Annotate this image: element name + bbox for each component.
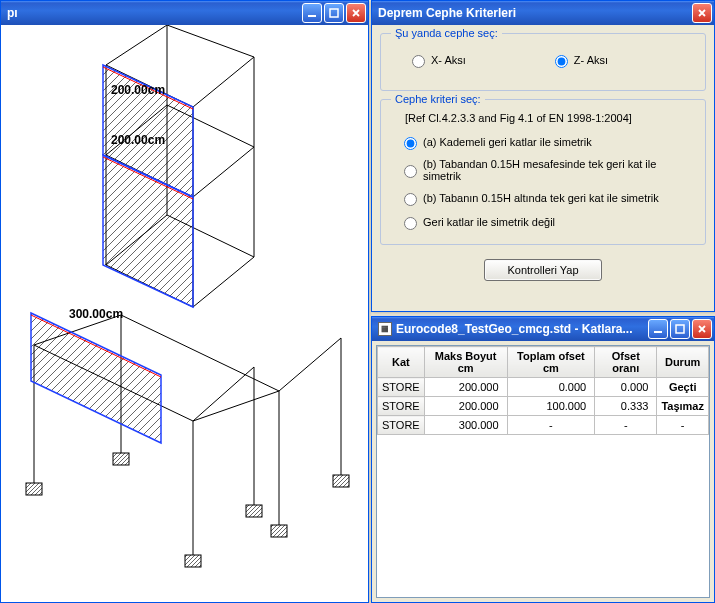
col-offset[interactable]: Toplam ofset cm xyxy=(507,347,595,378)
svg-rect-26 xyxy=(26,483,42,495)
svg-rect-30 xyxy=(333,475,349,487)
results-titlebar[interactable]: ▦ Eurocode8_TestGeo_cmcg.std - Katlara..… xyxy=(372,317,714,341)
maximize-button[interactable] xyxy=(670,319,690,339)
col-status[interactable]: Durum xyxy=(657,347,709,378)
minimize-button[interactable] xyxy=(648,319,668,339)
table-row[interactable]: STORE 200.000 100.000 0.333 Taşımaz xyxy=(378,397,709,416)
criteria-dialog: Deprem Cephe Kriterleri Şu yanda cephe s… xyxy=(371,0,715,312)
criteria-body: Şu yanda cephe seç: X- Aksı Z- Aksı Ceph… xyxy=(372,25,714,311)
minimize-button[interactable] xyxy=(302,3,322,23)
criteria-fieldset: Cephe kriteri seç: [Ref Cl.4.2.3.3 and F… xyxy=(380,99,706,245)
close-button[interactable] xyxy=(346,3,366,23)
svg-rect-28 xyxy=(185,555,201,567)
svg-rect-29 xyxy=(271,525,287,537)
radio-criteria-b2-label: (b) Tabanın 0.15H altında tek geri kat i… xyxy=(423,192,659,204)
cell-ratio: 0.333 xyxy=(595,397,657,416)
run-checks-button[interactable]: Kontrolleri Yap xyxy=(484,259,601,281)
close-button[interactable] xyxy=(692,319,712,339)
model-viewport[interactable]: 200.00cm 200.00cm 300.00cm xyxy=(1,25,368,602)
radio-criteria-a-input[interactable] xyxy=(404,137,417,150)
radio-criteria-b1[interactable]: (b) Tabandan 0.15H mesafesinde tek geri … xyxy=(399,158,695,182)
table-header-row: Kat Maks Boyut cm Toplam ofset cm Ofset … xyxy=(378,347,709,378)
dimension-label-3: 300.00cm xyxy=(69,307,123,321)
radio-criteria-a[interactable]: (a) Kademeli geri katlar ile simetrik xyxy=(399,134,695,150)
table-row[interactable]: STORE 200.000 0.000 0.000 Geçti xyxy=(378,378,709,397)
cell-offset: - xyxy=(507,416,595,435)
criteria-titlebar[interactable]: Deprem Cephe Kriterleri xyxy=(372,1,714,25)
svg-line-13 xyxy=(193,367,254,421)
close-button[interactable] xyxy=(692,3,712,23)
svg-rect-31 xyxy=(246,505,262,517)
svg-rect-32 xyxy=(654,331,662,333)
col-ratio[interactable]: Ofset oranı xyxy=(595,347,657,378)
cell-storey: STORE xyxy=(378,378,425,397)
results-table-wrap[interactable]: Kat Maks Boyut cm Toplam ofset cm Ofset … xyxy=(376,345,710,598)
criteria-legend: Cephe kriteri seç: xyxy=(391,93,485,105)
cell-status: - xyxy=(657,416,709,435)
radio-criteria-b2-input[interactable] xyxy=(404,193,417,206)
col-storey[interactable]: Kat xyxy=(378,347,425,378)
cell-maxdim: 200.000 xyxy=(424,397,507,416)
radio-criteria-c[interactable]: Geri katlar ile simetrik değil xyxy=(399,214,695,230)
radio-criteria-b1-label: (b) Tabandan 0.15H mesafesinde tek geri … xyxy=(423,158,695,182)
radio-z-axis-input[interactable] xyxy=(555,55,568,68)
cell-storey: STORE xyxy=(378,416,425,435)
svg-rect-27 xyxy=(113,453,129,465)
radio-criteria-b2[interactable]: (b) Tabanın 0.15H altında tek geri kat i… xyxy=(399,190,695,206)
radio-criteria-b1-input[interactable] xyxy=(404,165,417,178)
results-window: ▦ Eurocode8_TestGeo_cmcg.std - Katlara..… xyxy=(371,316,715,603)
radio-x-axis[interactable]: X- Aksı xyxy=(407,52,466,68)
svg-rect-0 xyxy=(308,15,316,17)
table-row[interactable]: STORE 300.000 - - - xyxy=(378,416,709,435)
table-icon: ▦ xyxy=(378,322,392,336)
cell-offset: 0.000 xyxy=(507,378,595,397)
viewport-titlebar[interactable]: pı xyxy=(1,1,368,25)
results-title: Eurocode8_TestGeo_cmcg.std - Katlara... xyxy=(396,322,646,336)
cell-storey: STORE xyxy=(378,397,425,416)
radio-criteria-c-label: Geri katlar ile simetrik değil xyxy=(423,216,555,228)
radio-x-axis-input[interactable] xyxy=(412,55,425,68)
criteria-reference: [Ref Cl.4.2.3.3 and Fig 4.1 of EN 1998-1… xyxy=(395,110,695,130)
cell-offset: 100.000 xyxy=(507,397,595,416)
viewport-title: pı xyxy=(7,6,300,20)
criteria-title: Deprem Cephe Kriterleri xyxy=(378,6,690,20)
dimension-label-2: 200.00cm xyxy=(111,133,165,147)
results-table: Kat Maks Boyut cm Toplam ofset cm Ofset … xyxy=(377,346,709,435)
dimension-label-1: 200.00cm xyxy=(111,83,165,97)
cell-ratio: - xyxy=(595,416,657,435)
svg-line-11 xyxy=(193,391,279,421)
svg-line-12 xyxy=(279,338,341,391)
model-svg xyxy=(1,25,368,602)
radio-criteria-c-input[interactable] xyxy=(404,217,417,230)
svg-rect-1 xyxy=(330,9,338,17)
cell-ratio: 0.000 xyxy=(595,378,657,397)
cell-maxdim: 300.000 xyxy=(424,416,507,435)
maximize-button[interactable] xyxy=(324,3,344,23)
svg-marker-24 xyxy=(31,313,161,443)
cell-status: Taşımaz xyxy=(657,397,709,416)
radio-z-axis-label: Z- Aksı xyxy=(574,54,608,66)
radio-criteria-a-label: (a) Kademeli geri katlar ile simetrik xyxy=(423,136,592,148)
cell-status: Geçti xyxy=(657,378,709,397)
axis-fieldset: Şu yanda cephe seç: X- Aksı Z- Aksı xyxy=(380,33,706,91)
radio-z-axis[interactable]: Z- Aksı xyxy=(550,52,608,68)
col-maxdim[interactable]: Maks Boyut cm xyxy=(424,347,507,378)
model-viewport-window: pı xyxy=(0,0,369,603)
radio-x-axis-label: X- Aksı xyxy=(431,54,466,66)
cell-maxdim: 200.000 xyxy=(424,378,507,397)
axis-legend: Şu yanda cephe seç: xyxy=(391,27,502,39)
svg-rect-33 xyxy=(676,325,684,333)
